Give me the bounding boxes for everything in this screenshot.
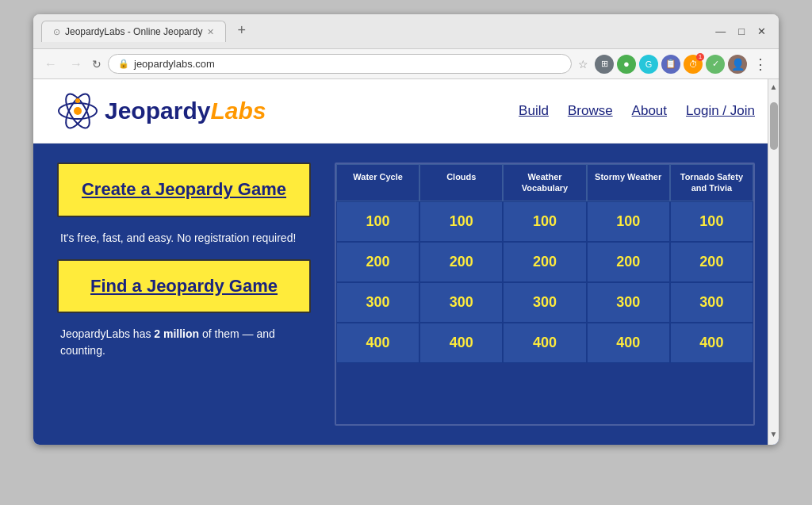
- extension-icon-1[interactable]: ⊞: [595, 55, 614, 74]
- extension-icon-5[interactable]: ⏱ 1: [684, 55, 703, 74]
- nav-about[interactable]: About: [632, 103, 667, 119]
- board-row: 200200200200200: [336, 242, 753, 282]
- board-row: 100100100100100: [336, 201, 753, 242]
- board-cell[interactable]: 400: [503, 323, 586, 363]
- board-cell[interactable]: 200: [670, 242, 753, 282]
- logo-area: JeopardyLabs: [57, 90, 266, 132]
- board-cell[interactable]: 100: [503, 201, 586, 242]
- board-row: 300300300300300: [336, 282, 753, 323]
- browser-tab[interactable]: ⊙ JeopardyLabs - Online Jeopardy ✕: [41, 21, 226, 42]
- extension-icon-6[interactable]: ✓: [706, 55, 725, 74]
- maximize-button[interactable]: □: [733, 24, 749, 39]
- tab-favicon: ⊙: [53, 27, 60, 37]
- board-cell[interactable]: 100: [336, 201, 419, 242]
- board-column-header: Tornado Safety and Trivia: [670, 164, 753, 201]
- logo-text: JeopardyLabs: [105, 98, 266, 124]
- close-button[interactable]: ✕: [753, 24, 771, 39]
- scroll-thumb[interactable]: [770, 102, 778, 150]
- nav-browse[interactable]: Browse: [568, 103, 613, 119]
- nav-login[interactable]: Login / Join: [686, 103, 755, 119]
- create-game-button[interactable]: Create a Jeopardy Game: [57, 163, 311, 217]
- board-header: Water CycleCloudsWeather VocabularyStorm…: [336, 164, 753, 201]
- page-wrapper: JeopardyLabs Build Browse About Login / …: [33, 79, 779, 445]
- find-game-description: JeopardyLabs has 2 million of them — and…: [57, 326, 311, 359]
- nav-bar: ← → ↻ 🔒 jeopardylabs.com ☆ ⊞ ● G 📋 ⏱ 1 ✓…: [33, 49, 779, 79]
- board-cell[interactable]: 300: [336, 282, 419, 323]
- new-tab-button[interactable]: +: [231, 22, 252, 39]
- board-column-header: Weather Vocabulary: [503, 164, 586, 201]
- address-bar[interactable]: 🔒 jeopardylabs.com: [108, 54, 572, 74]
- create-game-label: Create a Jeopardy Game: [82, 179, 286, 199]
- jeopardy-board: Water CycleCloudsWeather VocabularyStorm…: [335, 163, 755, 426]
- scroll-up-button[interactable]: ▲: [767, 79, 779, 94]
- logo-jeopardy: Jeopardy: [105, 98, 210, 124]
- scrollbar[interactable]: ▲ ▼: [768, 79, 779, 445]
- hero-left: Create a Jeopardy Game It's free, fast, …: [57, 163, 311, 426]
- svg-point-4: [75, 98, 80, 103]
- board-cell[interactable]: 200: [503, 242, 586, 282]
- board-cell[interactable]: 100: [587, 201, 670, 242]
- board-cell[interactable]: 200: [419, 242, 503, 282]
- nav-build[interactable]: Build: [519, 103, 549, 119]
- board-cell[interactable]: 100: [670, 201, 753, 242]
- board-cell[interactable]: 200: [336, 242, 419, 282]
- logo-icon: [57, 90, 98, 132]
- browser-menu-button[interactable]: ⋮: [750, 55, 771, 73]
- board-cell[interactable]: 300: [670, 282, 753, 323]
- browser-actions: ⊞ ● G 📋 ⏱ 1 ✓ 👤 ⋮: [595, 55, 771, 74]
- bookmark-button[interactable]: ☆: [578, 58, 588, 71]
- board-cell[interactable]: 400: [336, 323, 419, 363]
- extension-icon-2[interactable]: ●: [617, 55, 636, 74]
- lock-icon: 🔒: [118, 59, 129, 69]
- hero-section: Create a Jeopardy Game It's free, fast, …: [33, 143, 779, 445]
- board-column-header: Clouds: [419, 164, 503, 201]
- url-text: jeopardylabs.com: [134, 58, 561, 70]
- tab-title: JeopardyLabs - Online Jeopardy: [65, 26, 202, 37]
- scroll-down-button[interactable]: ▼: [767, 427, 779, 442]
- user-avatar[interactable]: 👤: [728, 55, 747, 74]
- window-controls: — □ ✕: [710, 24, 771, 39]
- board-column-header: Water Cycle: [336, 164, 419, 201]
- minimize-button[interactable]: —: [710, 24, 730, 39]
- board-cell[interactable]: 300: [503, 282, 586, 323]
- svg-point-3: [74, 107, 82, 115]
- board-rows: 1001001001001002002002002002003003003003…: [336, 201, 753, 363]
- title-bar: ⊙ JeopardyLabs - Online Jeopardy ✕ + — □…: [33, 14, 779, 49]
- site-nav: Build Browse About Login / Join: [519, 103, 755, 119]
- site-header: JeopardyLabs Build Browse About Login / …: [33, 79, 779, 143]
- board-cell[interactable]: 100: [419, 201, 503, 242]
- board-cell[interactable]: 400: [419, 323, 503, 363]
- back-button[interactable]: ←: [41, 55, 60, 73]
- extension-icon-4[interactable]: 📋: [661, 55, 680, 74]
- board-row: 400400400400400: [336, 323, 753, 363]
- board-cell[interactable]: 300: [419, 282, 503, 323]
- board-cell[interactable]: 200: [587, 242, 670, 282]
- page-content: JeopardyLabs Build Browse About Login / …: [33, 79, 779, 445]
- refresh-button[interactable]: ↻: [92, 58, 102, 71]
- logo-labs: Labs: [210, 98, 266, 124]
- find-game-button[interactable]: Find a Jeopardy Game: [57, 259, 311, 314]
- board-column-header: Stormy Weather: [587, 164, 670, 201]
- create-game-description: It's free, fast, and easy. No registrati…: [57, 230, 311, 247]
- find-game-label: Find a Jeopardy Game: [90, 276, 278, 296]
- board-cell[interactable]: 400: [670, 323, 753, 363]
- tab-close-button[interactable]: ✕: [207, 27, 214, 37]
- board-cell[interactable]: 400: [587, 323, 670, 363]
- forward-button[interactable]: →: [67, 55, 86, 73]
- board-cell[interactable]: 300: [587, 282, 670, 323]
- extension-icon-3[interactable]: G: [639, 55, 658, 74]
